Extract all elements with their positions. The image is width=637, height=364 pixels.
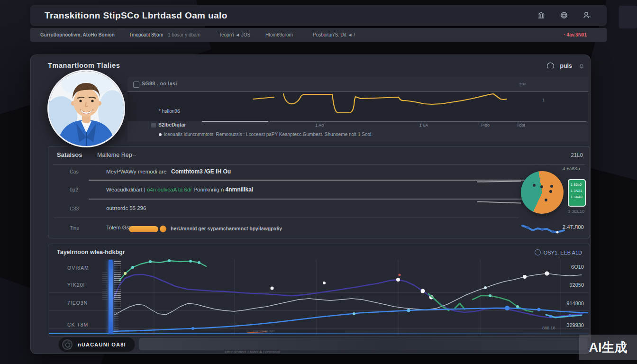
tick-marks xyxy=(102,273,108,300)
avatar[interactable] xyxy=(47,70,125,147)
axis-tick: 1 6A xyxy=(413,123,435,127)
app-header: Transkitionn StipSCo Lbrtdasd Oam ualo xyxy=(30,5,607,26)
app-title: Transkitionn StipSCo Lbrtdasd Oam ualo xyxy=(45,5,228,26)
tick-marks xyxy=(114,312,118,333)
card-title: Tmanartloom Tlalies xyxy=(48,62,120,69)
table-header-col2: Malleme Rep·· xyxy=(97,152,136,158)
axis-tick: 1 Ao xyxy=(309,123,330,127)
sync-icon[interactable] xyxy=(535,249,541,255)
axis-line xyxy=(270,121,586,122)
pie-dot xyxy=(550,185,553,188)
section-title: Tayelrnoon wlea-hdkbgr xyxy=(57,249,125,255)
chart-sub-label-2: S2lbeDiqtar xyxy=(158,122,186,127)
chart-grid-icon xyxy=(133,82,139,88)
tick-marks xyxy=(114,261,121,310)
leader-line xyxy=(477,201,521,203)
footer-pill-label: nUACAUNI OA8I xyxy=(78,337,126,352)
footer-pill-button[interactable]: nUACAUNI OA8I xyxy=(58,337,135,352)
user-icon[interactable] xyxy=(582,10,592,20)
pie-dot xyxy=(545,199,547,201)
legend-badge-icon xyxy=(151,123,156,127)
bank-columns-icon[interactable] xyxy=(537,10,546,20)
section-status: OSY1, EEB A1D xyxy=(535,249,582,255)
pie-dot xyxy=(549,190,552,193)
table-header-col1: Satalsos xyxy=(57,151,82,158)
dashboard-page: Transkitionn StipSCo Lbrtdasd Oam ualo xyxy=(0,0,637,364)
multi-line-chart: OVI6AM YIK20I 7IEO3N CK T8M 6O10 92050 9… xyxy=(49,259,589,335)
link-text: o4n oulvcaA ta 6dr xyxy=(147,187,192,192)
panel-label: SG88 . oo lasi xyxy=(142,81,177,86)
leader-line xyxy=(477,181,521,182)
nav-alert[interactable]: · 4av.3N01 xyxy=(564,28,587,42)
row-value: 329930 xyxy=(566,322,584,328)
progress-pill xyxy=(129,226,158,232)
card-controls: puls xyxy=(547,62,585,70)
globe-icon[interactable] xyxy=(559,10,569,20)
divider xyxy=(53,164,585,165)
divider-bright xyxy=(89,180,525,181)
panel-right-label: +oa xyxy=(519,82,526,86)
legend-sub-value: 3 3EL10 xyxy=(568,209,584,214)
watermark: AI生成 xyxy=(579,335,637,360)
bell-icon[interactable] xyxy=(578,62,585,70)
main-card: Tmanartloom Tlalies puls xyxy=(30,55,591,354)
axis-tick: Tdot xyxy=(510,123,532,127)
refresh-icon[interactable] xyxy=(547,63,554,70)
status-table: Satalsos Malleme Rep·· 21L0 Cas MeyPWAWy… xyxy=(48,146,590,238)
row-value: 92050 xyxy=(569,282,584,288)
nav-item[interactable]: Tmopoatit 89am xyxy=(129,28,163,42)
series-svg xyxy=(49,259,589,335)
sparkline xyxy=(520,221,565,236)
bg-shape xyxy=(619,6,637,28)
line-chart-area: 1 xyxy=(127,91,588,121)
footer-input-bar[interactable] xyxy=(139,338,587,350)
chart-sub-label: * hsIlon96 xyxy=(159,109,180,114)
progress-note: herUmnnld ger sypamchammnct bpyilawgpx6y xyxy=(171,226,282,231)
chart-note: iceoualls lduncnmmtots: Remoouzsis : Lco… xyxy=(159,132,373,137)
record-icon xyxy=(62,339,73,350)
refresh-label[interactable]: puls xyxy=(560,63,572,69)
nav-item[interactable]: Htom69orom xyxy=(265,28,293,42)
yellow-line-chart xyxy=(127,92,588,121)
axis-tick: 74oo xyxy=(474,123,496,127)
row-value: 914800 xyxy=(566,300,584,306)
chart-corner-note: 888 18 xyxy=(542,326,555,330)
header-icons xyxy=(537,10,592,20)
timeline-chart-section: Tayelrnoon wlea-hdkbgr OSY1, EEB A1D OVI… xyxy=(48,244,590,337)
chart-annotation: ctsnkuag ww xyxy=(253,328,275,333)
timeline-scrubber[interactable] xyxy=(109,260,113,334)
nav-item[interactable]: Posboitun'S. Dit ◄ / xyxy=(313,28,355,42)
nav-item[interactable]: 1 bosor y dbam xyxy=(168,28,200,42)
divider-bright xyxy=(89,199,525,200)
row-value: 6O10 xyxy=(571,264,584,270)
pie-caption: 4 +A6Ka xyxy=(563,166,580,171)
table-header-value: 21L0 xyxy=(571,152,583,158)
pie-chart xyxy=(521,171,564,214)
top-chart-panel: SG88 . oo lasi +oa 1 * hsIlon96 1 Ao 1 6… xyxy=(127,77,588,142)
footer-note: uftrir democr FAMouA Forsnsnat xyxy=(225,350,280,354)
pie-dot xyxy=(533,184,536,187)
divider xyxy=(54,218,519,218)
legend-box: 1 86b0 1 3N21 1 3AA0 xyxy=(568,179,586,207)
bullet-icon xyxy=(159,133,162,136)
nav-bar: Gurrutlopnoolivm, AtoHo Bonion Tmopoatit… xyxy=(30,28,607,42)
nav-item[interactable]: Teopn'i ◄ JOS xyxy=(219,28,250,42)
row-value: 2.4T.Л00 xyxy=(563,224,584,230)
progress-dot xyxy=(160,226,166,232)
nav-item[interactable]: Gurrutlopnoolivm, AtoHo Bonion xyxy=(40,28,115,42)
chart-marker: 1 xyxy=(542,98,545,102)
pie-dot xyxy=(540,185,543,188)
axis-line xyxy=(202,121,268,122)
